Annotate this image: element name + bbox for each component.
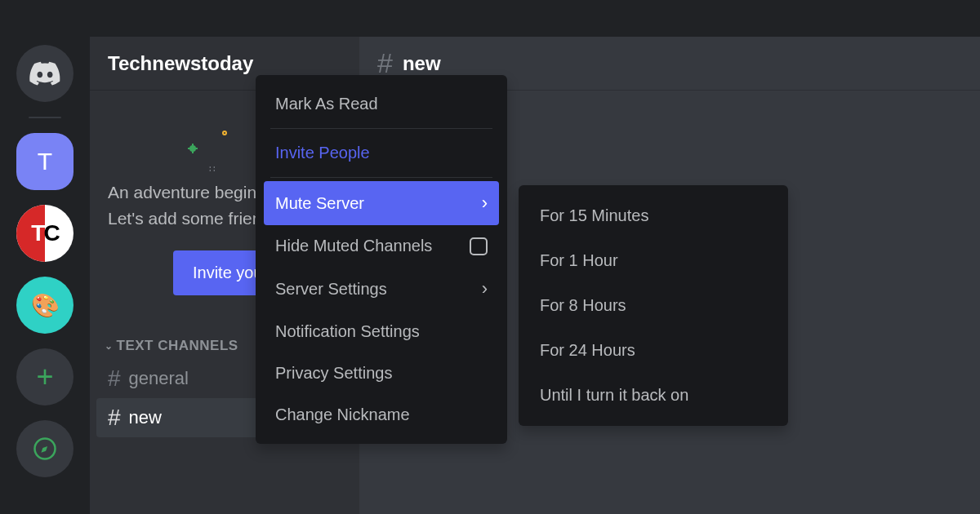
ctx-label: Mute Server [275, 194, 364, 213]
mute-8-hours[interactable]: For 8 Hours [527, 283, 780, 328]
server-icon-tc[interactable]: TC [16, 205, 74, 262]
ctx-label: Hide Muted Channels [275, 237, 432, 255]
rail-separator [29, 117, 61, 118]
ctx-label: Privacy Settings [275, 364, 392, 383]
ctx-label: Invite People [275, 144, 370, 162]
compass-icon [33, 436, 57, 461]
ctx-privacy-settings[interactable]: Privacy Settings [264, 352, 499, 394]
ctx-label: Change Nickname [275, 405, 410, 424]
current-channel-name: new [403, 52, 441, 75]
hash-icon: # [108, 405, 121, 431]
ctx-mute-server[interactable]: Mute Server › [264, 181, 499, 225]
channel-name: new [129, 407, 162, 428]
ctx-separator [270, 128, 492, 129]
explore-servers-button[interactable] [16, 420, 74, 477]
ctx-label: Mark As Read [275, 95, 378, 113]
category-label: TEXT CHANNELS [117, 338, 238, 354]
ctx-hide-muted-channels[interactable]: Hide Muted Channels [264, 225, 499, 267]
ctx-invite-people[interactable]: Invite People [264, 132, 499, 174]
server-icon-t[interactable]: T [16, 133, 74, 190]
ctx-notification-settings[interactable]: Notification Settings [264, 311, 499, 352]
server-context-menu: Mark As Read Invite People Mute Server ›… [256, 75, 507, 444]
server-icon-art[interactable]: 🎨 [16, 277, 74, 334]
hash-icon: # [108, 366, 121, 392]
mute-1-hour[interactable]: For 1 Hour [527, 238, 780, 283]
home-server-icon[interactable] [16, 45, 74, 102]
checkbox-icon [470, 237, 488, 255]
ctx-separator [270, 177, 492, 178]
mute-24-hours[interactable]: For 24 Hours [527, 328, 780, 373]
channel-name: general [129, 368, 189, 389]
ctx-label: Server Settings [275, 280, 387, 299]
ctx-mark-as-read[interactable]: Mark As Read [264, 83, 499, 125]
mute-15-minutes[interactable]: For 15 Minutes [527, 193, 780, 238]
mute-until-off[interactable]: Until I turn it back on [527, 373, 780, 418]
window-topbar [90, 0, 980, 37]
ctx-label: Notification Settings [275, 322, 420, 341]
discord-logo-icon [29, 57, 61, 90]
ctx-change-nickname[interactable]: Change Nickname [264, 394, 499, 436]
add-server-button[interactable]: + [16, 348, 74, 405]
chevron-down-icon: ⌄ [105, 340, 114, 352]
mute-submenu: For 15 Minutes For 1 Hour For 8 Hours Fo… [519, 185, 788, 426]
ctx-server-settings[interactable]: Server Settings › [264, 267, 499, 311]
server-rail: T TC 🎨 + [0, 0, 90, 514]
chevron-right-icon: › [482, 193, 488, 214]
chevron-right-icon: › [482, 278, 488, 299]
